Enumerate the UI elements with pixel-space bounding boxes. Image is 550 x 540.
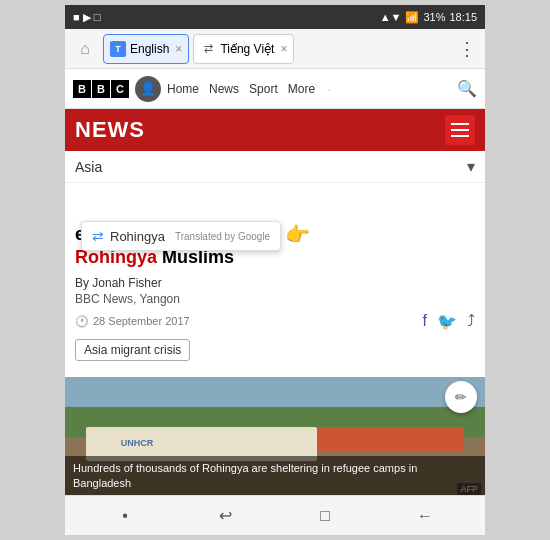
hamburger-line2 <box>451 129 469 131</box>
tooltip-hand-icon: 👉 <box>285 222 310 246</box>
article-tag[interactable]: Asia migrant crisis <box>75 339 190 361</box>
battery-level: 31% <box>423 11 445 23</box>
tab-english-label: English <box>130 42 169 56</box>
asia-label: Asia <box>75 159 102 175</box>
tab-english-close[interactable]: × <box>175 42 182 56</box>
search-icon[interactable]: 🔍 <box>457 79 477 98</box>
bbc-letter-b1: B <box>73 80 91 98</box>
forward-tab-icon[interactable]: ↩ <box>207 498 243 534</box>
tab-vietnamese-close[interactable]: × <box>280 42 287 56</box>
asia-chevron-icon[interactable]: ▾ <box>467 157 475 176</box>
translate-tab-icon: ⇄ <box>200 41 216 57</box>
tab-english[interactable]: T English × <box>103 34 189 64</box>
unhcr-label: UNHCR <box>121 438 154 448</box>
square-icon[interactable]: □ <box>307 498 343 534</box>
twitter-share-icon[interactable]: 🐦 <box>437 312 457 331</box>
asia-section-bar[interactable]: Asia ▾ <box>65 151 485 183</box>
article-meta: 🕐 28 September 2017 f 🐦 ⤴ <box>75 312 475 331</box>
article-social-share: f 🐦 ⤴ <box>423 312 475 331</box>
article-date: 🕐 28 September 2017 <box>75 315 190 328</box>
bbc-header: NEWS <box>65 109 485 151</box>
tooltip-subtext: Translated by Google <box>175 231 270 242</box>
wifi-icon: 📶 <box>405 11 419 24</box>
tab-more-button[interactable]: ⋮ <box>453 35 481 63</box>
nav-separator: · <box>327 81 331 97</box>
bbc-news-title: NEWS <box>75 117 145 143</box>
bbc-account-icon[interactable]: 👤 <box>135 76 161 102</box>
bottom-navigation-bar: • ↩ □ ← <box>65 495 485 535</box>
article-image: UNHCR AFP Hundreds of thousands of Rohin… <box>65 377 485 495</box>
time-display: 18:15 <box>449 11 477 23</box>
bbc-logo: B B C <box>73 80 129 98</box>
date-text: 28 September 2017 <box>93 315 190 327</box>
tooltip-translate-icon: ⇄ <box>92 228 104 244</box>
image-caption: Hundreds of thousands of Rohingya are sh… <box>65 456 485 495</box>
status-icons: ■ ▶ □ <box>73 11 100 24</box>
hamburger-menu[interactable] <box>445 115 475 145</box>
bbc-nav-bar: B B C 👤 Home News Sport More · 🔍 <box>65 69 485 109</box>
nav-more[interactable]: More <box>288 82 315 96</box>
edit-fab[interactable]: ✏ <box>445 381 477 413</box>
tooltip-word: Rohingya <box>110 229 165 244</box>
bbc-nav-items: Home News Sport More · <box>167 81 333 97</box>
tab-t-icon: T <box>110 41 126 57</box>
bbc-letter-c: C <box>111 80 129 98</box>
tab-vietnamese-label: Tiếng Việt <box>220 42 274 56</box>
signal-icon: ▲▼ <box>380 11 402 23</box>
nav-news[interactable]: News <box>209 82 239 96</box>
hamburger-line3 <box>451 135 469 137</box>
status-right-info: ▲▼ 📶 31% 18:15 <box>380 11 477 24</box>
share-icon[interactable]: ⤴ <box>467 312 475 330</box>
browser-tab-bar: ⌂ T English × ⇄ Tiếng Việt × ⋮ <box>65 29 485 69</box>
hamburger-line1 <box>451 123 469 125</box>
tab-vietnamese[interactable]: ⇄ Tiếng Việt × <box>193 34 294 64</box>
article-content: Asia ▾ ⇄ Rohingya Translated by Google 👉… <box>65 151 485 495</box>
article-source: BBC News, Yangon <box>75 292 475 306</box>
status-left-icons: ■ ▶ □ <box>73 11 100 24</box>
back-arrow-icon[interactable]: ← <box>407 498 443 534</box>
bbc-letter-b2: B <box>92 80 110 98</box>
nav-home[interactable]: Home <box>167 82 199 96</box>
translation-tooltip[interactable]: ⇄ Rohingya Translated by Google 👉 <box>81 221 281 251</box>
menu-dots-icon[interactable]: • <box>107 498 143 534</box>
clock-icon: 🕐 <box>75 315 89 328</box>
image-shelters <box>317 427 464 451</box>
home-icon[interactable]: ⌂ <box>69 33 101 65</box>
facebook-share-icon[interactable]: f <box>423 312 427 330</box>
nav-sport[interactable]: Sport <box>249 82 278 96</box>
status-bar: ■ ▶ □ ▲▼ 📶 31% 18:15 <box>65 5 485 29</box>
article-byline: By Jonah Fisher <box>75 276 475 290</box>
